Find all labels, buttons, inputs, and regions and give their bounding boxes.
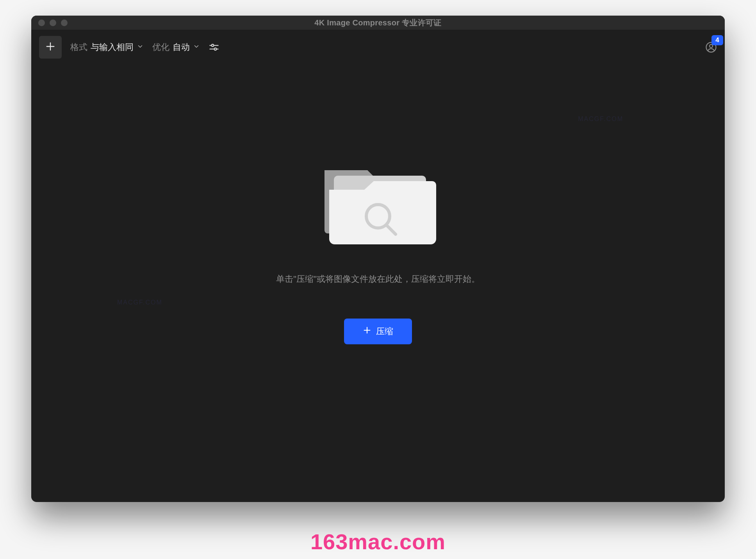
user-icon [705, 48, 717, 54]
svg-point-5 [214, 48, 217, 50]
account-button[interactable]: 4 [705, 41, 717, 53]
site-watermark: 163mac.com [310, 529, 446, 554]
compress-button[interactable]: 压缩 [344, 319, 412, 344]
plus-icon [45, 41, 56, 53]
minimize-window-button[interactable] [50, 20, 56, 26]
settings-button[interactable] [209, 42, 219, 53]
add-files-button[interactable] [39, 36, 62, 59]
toolbar: 格式 与输入相同 优化 自动 [31, 30, 725, 65]
watermark-text: MACGF.COM [117, 299, 162, 306]
drop-zone[interactable]: MACGF.COM MACGF.COM 单击"压缩"或将图像文件放在此处，压缩将… [31, 65, 725, 502]
optimize-value: 自动 [173, 41, 190, 53]
compress-button-label: 压缩 [376, 326, 393, 337]
chevron-down-icon [193, 42, 200, 52]
app-window: 4K Image Compressor 专业许可证 格式 与输入相同 优化 自动 [31, 16, 725, 502]
plus-icon [363, 326, 371, 337]
svg-point-3 [212, 45, 214, 47]
format-dropdown[interactable]: 格式 与输入相同 [70, 41, 144, 53]
window-title: 4K Image Compressor 专业许可证 [31, 18, 725, 28]
folder-search-icon [317, 155, 439, 255]
chevron-down-icon [137, 42, 144, 52]
titlebar: 4K Image Compressor 专业许可证 [31, 16, 725, 30]
drop-hint-text: 单击"压缩"或将图像文件放在此处，压缩将立即开始。 [276, 273, 480, 285]
notification-badge: 4 [711, 35, 723, 45]
fullscreen-window-button[interactable] [61, 20, 68, 26]
watermark-text: MACGF.COM [578, 116, 623, 123]
close-window-button[interactable] [38, 20, 45, 26]
optimize-label: 优化 [152, 41, 169, 53]
traffic-lights [38, 20, 68, 26]
optimize-dropdown[interactable]: 优化 自动 [152, 41, 200, 53]
format-value: 与输入相同 [91, 41, 134, 53]
format-label: 格式 [70, 41, 87, 53]
